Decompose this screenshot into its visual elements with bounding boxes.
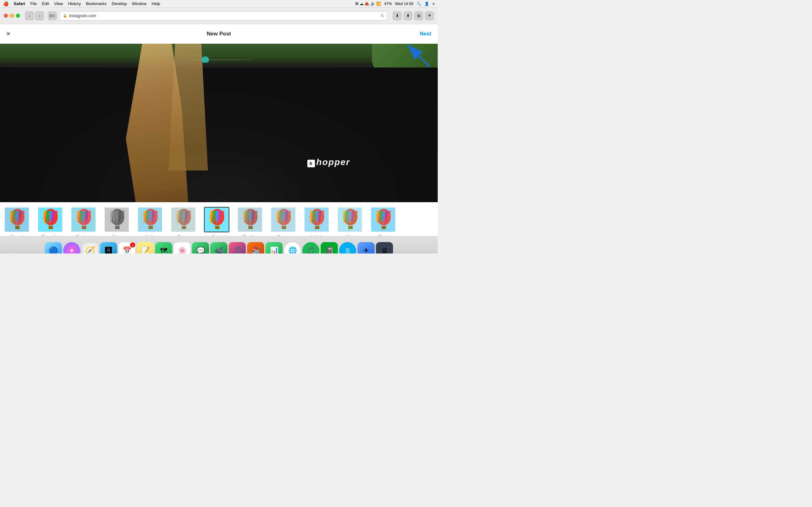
filter-thumbnail-crema bbox=[270, 207, 296, 232]
filter-item-crema[interactable]: Crema bbox=[266, 207, 300, 236]
battery-status: 47% bbox=[384, 2, 392, 6]
menu-bookmarks[interactable]: Bookmarks bbox=[86, 1, 107, 6]
menu-history[interactable]: History bbox=[68, 1, 81, 6]
filter-thumbnail-aden bbox=[337, 207, 362, 232]
svg-rect-75 bbox=[382, 226, 386, 229]
datetime: Wed 14:59 bbox=[395, 2, 413, 6]
filter-thumbnail-ludwig bbox=[304, 207, 329, 232]
dock-music[interactable]: 🎵 bbox=[229, 242, 246, 253]
svg-rect-21 bbox=[82, 226, 86, 229]
menu-bar: 🍎 Safari File Edit View History Bookmark… bbox=[0, 0, 438, 8]
new-tab-button[interactable]: + bbox=[425, 11, 434, 20]
fullscreen-window-button[interactable] bbox=[16, 14, 20, 18]
filter-thumbnail-clarendon bbox=[38, 207, 63, 232]
tab-overview-button[interactable]: ⧉ bbox=[414, 11, 423, 20]
filter-item-normal[interactable]: Normal bbox=[0, 207, 33, 236]
menu-bar-left: 🍎 Safari File Edit View History Bookmark… bbox=[3, 1, 160, 6]
minimize-window-button[interactable] bbox=[10, 14, 14, 18]
filter-thumbnail-gingham bbox=[71, 207, 96, 232]
menu-extra[interactable]: ≡ bbox=[432, 2, 435, 6]
forward-button[interactable]: › bbox=[35, 11, 44, 20]
menu-develop[interactable]: Develop bbox=[112, 1, 127, 6]
svg-rect-27 bbox=[115, 226, 119, 229]
filter-thumbnail-slumber bbox=[237, 207, 263, 232]
reload-button[interactable]: ↻ bbox=[380, 13, 384, 18]
main-image: hhopper bbox=[0, 44, 438, 202]
dock-safari[interactable]: 🧭 bbox=[82, 242, 99, 253]
menu-help[interactable]: Help bbox=[152, 1, 160, 6]
filters-panel: NormalClarendonGinghamMoonLarkReyesJunoS… bbox=[0, 202, 438, 236]
share-button[interactable]: ⬆ bbox=[403, 11, 412, 20]
svg-rect-3 bbox=[52, 16, 55, 17]
dock-siri[interactable]: ✦ bbox=[63, 242, 80, 253]
close-window-button[interactable] bbox=[4, 14, 8, 18]
close-button[interactable]: × bbox=[6, 31, 10, 38]
filter-item-gingham[interactable]: Gingham bbox=[67, 207, 100, 236]
filter-item-slumber[interactable]: Slumber bbox=[233, 207, 266, 236]
filter-thumbnail-juno bbox=[204, 207, 229, 232]
svg-rect-63 bbox=[315, 226, 319, 229]
filter-item-lark[interactable]: Lark bbox=[133, 207, 166, 236]
dock-notes[interactable]: 📝 bbox=[137, 242, 154, 253]
menu-safari[interactable]: Safari bbox=[14, 1, 25, 6]
filter-item-ludwig[interactable]: Ludwig bbox=[300, 207, 333, 236]
menu-view[interactable]: View bbox=[54, 1, 63, 6]
dock-skype[interactable]: S bbox=[339, 242, 356, 253]
filter-item-moon[interactable]: Moon bbox=[100, 207, 133, 236]
dock-calendar[interactable]: 📅 2 bbox=[118, 242, 136, 253]
filter-item-juno[interactable]: Juno bbox=[200, 207, 233, 236]
svg-rect-2 bbox=[52, 15, 55, 16]
menu-bar-right: ⌘ ☁ 📤 🔊 📶 47% Wed 14:59 🔍 👤 ≡ bbox=[355, 2, 435, 6]
svg-rect-1 bbox=[52, 14, 55, 15]
dock-numbers[interactable]: 📊 bbox=[265, 242, 283, 253]
svg-rect-69 bbox=[348, 226, 353, 229]
address-bar[interactable]: 🔒 instagram.com ↻ bbox=[59, 11, 388, 20]
filter-thumbnail-perpetua bbox=[370, 207, 396, 232]
search-icon[interactable]: 🔍 bbox=[416, 2, 421, 6]
dock-appstore[interactable]: 🅰 bbox=[100, 242, 117, 253]
svg-rect-9 bbox=[15, 226, 20, 229]
browser-actions: ⬇ ⬆ ⧉ + bbox=[393, 11, 434, 20]
dock-books[interactable]: 📚 bbox=[247, 242, 264, 253]
dock-airmail[interactable]: ✈ bbox=[357, 242, 374, 253]
filter-scroll-container: NormalClarendonGinghamMoonLarkReyesJunoS… bbox=[0, 203, 438, 236]
apple-menu[interactable]: 🍎 bbox=[3, 1, 9, 6]
dock-evernote[interactable]: 📓 bbox=[321, 242, 338, 253]
dock-finder[interactable]: 🔵 bbox=[45, 242, 62, 253]
dock-chrome[interactable]: 🌐 bbox=[284, 242, 301, 253]
menu-window[interactable]: Window bbox=[132, 1, 147, 6]
hoodie-brand-text: hhopper bbox=[307, 157, 350, 167]
dock-spotify[interactable]: 🎵 bbox=[302, 242, 319, 253]
dock-screens[interactable]: 🖥 bbox=[376, 242, 393, 253]
sidebar-toggle-button[interactable] bbox=[48, 11, 57, 20]
filter-item-clarendon[interactable]: Clarendon bbox=[33, 207, 67, 236]
filter-item-reyes[interactable]: Reyes bbox=[166, 207, 200, 236]
svg-rect-15 bbox=[49, 226, 53, 229]
dock: 🔵 ✦ 🧭 🅰 📅 2 📝 🗺 🌸 💬 📹 🎵 📚 📊 bbox=[0, 236, 438, 253]
back-button[interactable]: ‹ bbox=[25, 11, 34, 20]
dock-facetime[interactable]: 📹 bbox=[210, 242, 227, 253]
svg-rect-45 bbox=[215, 226, 219, 229]
svg-rect-57 bbox=[282, 226, 286, 229]
svg-rect-33 bbox=[148, 226, 153, 229]
menu-edit[interactable]: Edit bbox=[42, 1, 49, 6]
filter-item-aden[interactable]: Aden bbox=[333, 207, 366, 236]
modal-title: New Post bbox=[207, 31, 231, 37]
download-button[interactable]: ⬇ bbox=[393, 11, 402, 20]
filter-thumbnail-reyes bbox=[171, 207, 196, 232]
user-avatar: 👤 bbox=[424, 2, 429, 6]
lock-icon: 🔒 bbox=[63, 14, 67, 18]
dock-messages[interactable]: 💬 bbox=[192, 242, 209, 253]
next-button[interactable]: Next bbox=[420, 31, 432, 37]
traffic-lights bbox=[4, 14, 20, 18]
dock-photos[interactable]: 🌸 bbox=[173, 242, 191, 253]
photo-background: hhopper bbox=[0, 44, 438, 202]
necklace-chain bbox=[184, 60, 254, 60]
filter-item-perpetua[interactable]: Pe... bbox=[366, 207, 400, 236]
filter-thumbnail-lark bbox=[137, 207, 163, 232]
svg-rect-0 bbox=[50, 14, 51, 18]
menu-file[interactable]: File bbox=[30, 1, 37, 6]
hoodie-area bbox=[0, 67, 438, 202]
dock-maps[interactable]: 🗺 bbox=[155, 242, 172, 253]
browser-chrome: ‹ › 🔒 instagram.com ↻ ⬇ ⬆ ⧉ + bbox=[0, 8, 438, 24]
